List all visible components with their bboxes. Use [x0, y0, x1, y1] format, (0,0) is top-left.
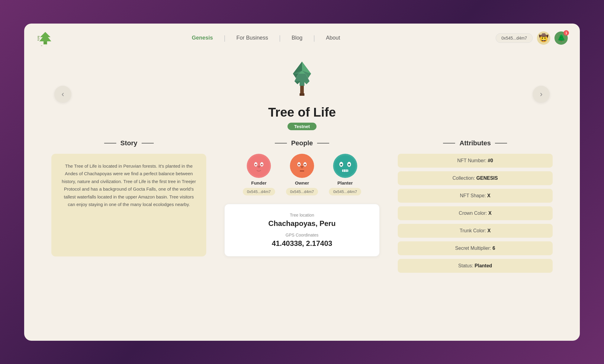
- location-name: Chachapoyas, Peru: [236, 219, 368, 228]
- planter-name: Planter: [337, 180, 353, 185]
- location-card: Tree location Chachapoyas, Peru GPS Coor…: [224, 204, 379, 256]
- attr-label-6: Status:: [458, 263, 473, 268]
- svg-point-30: [304, 164, 306, 165]
- svg-point-26: [291, 155, 313, 176]
- person-funder: Funder 0x545...d4m7: [243, 154, 275, 195]
- attr-value-1: GENESIS: [476, 176, 498, 181]
- next-arrow-button[interactable]: ›: [533, 86, 550, 103]
- people-title-text: People: [291, 139, 313, 147]
- attr-value-2: X: [487, 193, 490, 198]
- svg-point-39: [348, 164, 350, 166]
- owner-address[interactable]: 0x545...d4m7: [286, 188, 318, 195]
- attr-label-5: Secret Multiplier:: [455, 246, 491, 251]
- people-title-row: People: [275, 139, 329, 147]
- attr-label-0: NFT Number:: [457, 158, 487, 163]
- attributes-column: Attributes NFT Number: #0Collection: GEN…: [389, 139, 562, 273]
- attr-label-3: Crown Color:: [459, 211, 487, 216]
- notification-badge: 1: [564, 30, 569, 36]
- hero-section: Tree of Life Testnet ‹ ›: [24, 53, 580, 130]
- location-label: Tree location: [236, 213, 368, 217]
- funder-avatar: [247, 154, 271, 178]
- attribute-item-6: Status: Planted: [398, 259, 553, 273]
- story-title-line-right: [142, 143, 154, 143]
- svg-point-21: [255, 164, 257, 165]
- attr-label-1: Collection:: [452, 176, 475, 181]
- people-list: Funder 0x545...d4m7: [243, 154, 361, 195]
- attributes-list: NFT Number: #0Collection: GENESISNFT Sha…: [398, 154, 553, 273]
- tree-nav-icon[interactable]: 🌲 1: [554, 31, 568, 45]
- funder-name: Funder: [251, 180, 267, 185]
- story-title-row: Story: [104, 139, 154, 147]
- people-title-line-right: [317, 143, 329, 143]
- attribute-item-1: Collection: GENESIS: [398, 171, 553, 185]
- planter-avatar: [333, 154, 357, 178]
- story-box: The Tree of Life is located in Peruvian …: [51, 154, 206, 256]
- person-owner: Owner 0x545...d4m7: [286, 154, 318, 195]
- attribute-item-5: Secret Multiplier: 6: [398, 241, 553, 255]
- attribute-item-2: NFT Shape: X: [398, 189, 553, 203]
- nav-genesis[interactable]: Genesis: [181, 35, 224, 41]
- svg-point-35: [335, 155, 356, 176]
- owner-avatar-svg: [291, 155, 313, 176]
- content-columns: Story The Tree of Life is located in Per…: [24, 130, 580, 273]
- wallet-badge[interactable]: 0x545...d4m7: [496, 33, 533, 43]
- tree-illustration: [284, 59, 320, 99]
- testnet-badge: Testnet: [288, 123, 316, 130]
- attr-label-4: Trunk Color:: [460, 228, 486, 233]
- planter-address[interactable]: 0x545...d4m7: [329, 188, 361, 195]
- nav-blog[interactable]: Blog: [281, 35, 313, 41]
- nav-about[interactable]: About: [315, 35, 351, 41]
- attribute-item-3: Crown Color: X: [398, 206, 553, 220]
- svg-point-38: [340, 164, 342, 166]
- attr-value-4: X: [487, 228, 491, 233]
- attribute-item-4: Trunk Color: X: [398, 224, 553, 238]
- main-card: Treejer Genesis | For Business | Blog | …: [24, 24, 580, 341]
- gps-label: GPS Coordinates: [236, 233, 368, 237]
- tree-svg: [284, 59, 320, 98]
- svg-rect-17: [300, 93, 304, 96]
- attr-value-0: #0: [488, 158, 493, 163]
- owner-avatar: [290, 154, 314, 178]
- story-title-line-left: [104, 143, 116, 143]
- attributes-title-line-right: [495, 143, 507, 143]
- svg-point-22: [261, 164, 263, 165]
- nav-right: 0x545...d4m7 🤠 🌲 1: [496, 31, 568, 45]
- people-title-line-left: [275, 143, 287, 143]
- attributes-title-text: Attributes: [459, 139, 491, 147]
- gps-coords: 41.40338, 2.17403: [236, 239, 368, 248]
- attributes-title-row: Attributes: [443, 139, 507, 147]
- nav-links: Genesis | For Business | Blog | About: [36, 34, 496, 42]
- navigation: Treejer Genesis | For Business | Blog | …: [24, 24, 580, 53]
- attr-value-6: Planted: [475, 263, 492, 268]
- tree-title: Tree of Life: [268, 105, 336, 120]
- story-title-text: Story: [120, 139, 137, 147]
- svg-rect-16: [300, 86, 304, 94]
- planter-avatar-svg: [335, 155, 356, 176]
- nav-for-business[interactable]: For Business: [226, 35, 279, 41]
- people-column: People: [215, 139, 388, 256]
- attr-value-3: X: [488, 211, 492, 216]
- attributes-title-line-left: [443, 143, 455, 143]
- funder-address[interactable]: 0x545...d4m7: [243, 188, 275, 195]
- attr-value-5: 6: [493, 246, 495, 251]
- avatar-ranger[interactable]: 🤠: [537, 31, 550, 45]
- svg-point-29: [298, 164, 300, 165]
- prev-arrow-button[interactable]: ‹: [54, 86, 71, 103]
- svg-text:Treejer: Treejer: [41, 45, 48, 46]
- funder-avatar-svg: [248, 155, 269, 176]
- story-text: The Tree of Life is located in Peruvian …: [60, 162, 198, 208]
- owner-name: Owner: [295, 180, 309, 185]
- story-column: Story The Tree of Life is located in Per…: [42, 139, 215, 256]
- attribute-item-0: NFT Number: #0: [398, 154, 553, 168]
- person-planter: Planter 0x545...d4m7: [329, 154, 361, 195]
- attr-label-2: NFT Shape:: [460, 193, 486, 198]
